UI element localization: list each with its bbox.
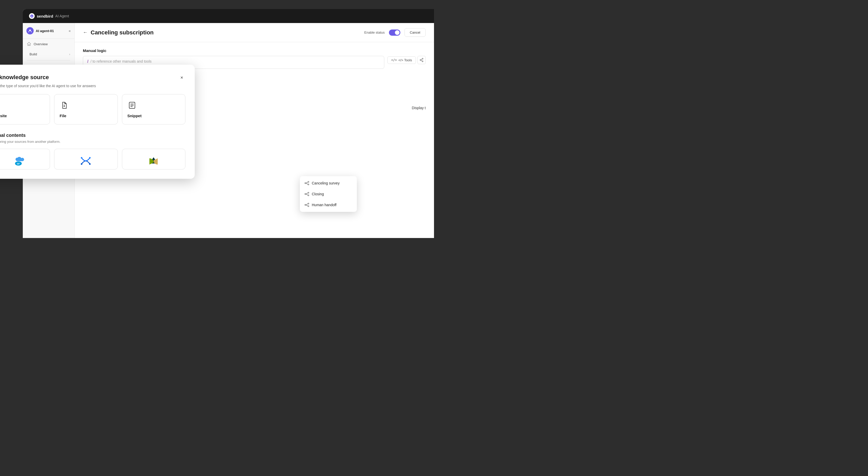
source-card-file[interactable]: File — [54, 94, 118, 125]
dropdown-item-canceling-survey[interactable]: Canceling survey — [300, 178, 357, 189]
svg-point-22 — [308, 203, 309, 204]
svg-line-10 — [421, 60, 422, 61]
tools-button[interactable]: </> </> Tools — [388, 57, 416, 64]
svg-point-11 — [305, 183, 306, 184]
external-subtitle: Directly bring your sources from another… — [0, 140, 185, 144]
page-title-area: ← Canceling subscription — [83, 29, 154, 36]
file-label: File — [60, 113, 66, 118]
svg-point-17 — [308, 192, 309, 193]
dropdown-label-canceling-survey: Canceling survey — [312, 181, 339, 185]
svg-point-6 — [422, 58, 423, 59]
cancel-button[interactable]: Cancel — [404, 28, 426, 37]
routing-icon-human-handoff — [305, 203, 309, 207]
snippet-icon — [127, 101, 137, 110]
svg-line-24 — [306, 204, 308, 205]
collapse-icon[interactable]: « — [69, 29, 71, 33]
svg-point-12 — [308, 181, 309, 182]
back-button[interactable]: ← — [83, 30, 88, 35]
dropdown-menu: Canceling survey Closing — [300, 176, 357, 212]
sidebar-build-label: Build — [30, 52, 37, 56]
svg-line-25 — [306, 205, 308, 206]
svg-point-37 — [81, 163, 82, 165]
modal-header: Add knowledge source × — [0, 74, 185, 81]
file-icon — [60, 101, 69, 110]
dropdown-label-human-handoff: Human handoff — [312, 203, 336, 207]
sendbird-logo: sendbird AI Agent — [29, 13, 69, 19]
svg-point-40 — [89, 157, 91, 159]
manual-logic-title: Manual logic — [83, 48, 426, 53]
svg-point-8 — [422, 61, 423, 62]
enable-status-label: Enable status — [364, 31, 385, 34]
dropdown-label-closing: Closing — [312, 192, 324, 196]
svg-point-23 — [308, 206, 309, 207]
svg-line-9 — [421, 59, 422, 60]
share-button[interactable] — [417, 56, 426, 64]
external-section-title: External contents — [0, 133, 185, 138]
external-grid: SF — [0, 149, 185, 169]
routing-icon-canceling — [305, 181, 309, 185]
svg-point-21 — [305, 204, 306, 205]
routing-icon-closing — [305, 192, 309, 196]
page-header: ← Canceling subscription Enable status C… — [74, 23, 434, 42]
modal-close-button[interactable]: × — [178, 74, 185, 81]
source-grid: Website File — [0, 94, 185, 125]
svg-line-20 — [306, 194, 308, 195]
header-actions: Enable status Cancel — [364, 28, 426, 37]
svg-line-19 — [306, 193, 308, 194]
dropdown-item-closing[interactable]: Closing — [300, 189, 357, 199]
snippet-label: Snippet — [127, 113, 142, 118]
app-header: sendbird AI Agent — [23, 9, 434, 23]
tools-code-icon: </> — [391, 58, 397, 62]
modal-title: Add knowledge source — [0, 74, 49, 81]
website-label: Website — [0, 113, 7, 118]
agent-avatar — [26, 27, 34, 34]
svg-point-38 — [81, 157, 82, 159]
external-card-confluence[interactable] — [54, 149, 118, 169]
external-card-zendesk[interactable] — [122, 149, 185, 169]
agent-name: AI agent-01 — [36, 29, 54, 33]
chevron-right-icon: › — [69, 53, 70, 56]
manual-logic-placeholder: / to reference other manuals and tools — [90, 59, 152, 63]
svg-point-39 — [89, 163, 91, 165]
svg-text:SF: SF — [17, 163, 20, 165]
website-icon — [0, 101, 1, 110]
confluence-icon — [80, 155, 92, 167]
agent-label: AI Agent — [55, 14, 69, 18]
svg-line-14 — [306, 182, 308, 183]
salesforce-icon: SF — [13, 155, 24, 167]
add-knowledge-modal: Add knowledge source × Choose the type o… — [0, 65, 195, 179]
home-icon — [27, 42, 31, 46]
source-card-snippet[interactable]: Snippet — [122, 94, 185, 125]
logo-text: sendbird — [37, 14, 53, 19]
display-t-label: Display t — [412, 105, 426, 111]
share-icon — [420, 58, 424, 62]
sendbird-logo-icon — [29, 13, 35, 19]
slash-icon: / — [87, 59, 88, 64]
dropdown-item-human-handoff[interactable]: Human handoff — [300, 199, 357, 210]
sidebar-overview-label: Overview — [34, 42, 48, 46]
zendesk-icon — [148, 155, 159, 167]
svg-point-16 — [305, 194, 306, 195]
modal-subtitle: Choose the type of source you'd like the… — [0, 84, 185, 88]
svg-point-18 — [308, 195, 309, 196]
svg-line-15 — [306, 183, 308, 184]
external-card-salesforce[interactable]: SF — [0, 149, 50, 169]
sidebar-item-build[interactable]: Build › — [23, 49, 74, 59]
agent-info: AI agent-01 — [26, 27, 54, 34]
enable-toggle[interactable] — [389, 30, 400, 36]
page-title: Canceling subscription — [91, 29, 154, 36]
agent-header: AI agent-01 « — [23, 23, 74, 39]
svg-point-13 — [308, 184, 309, 185]
svg-point-7 — [420, 60, 421, 61]
sidebar-item-overview[interactable]: Overview — [23, 39, 74, 49]
source-card-website[interactable]: Website — [0, 94, 50, 125]
svg-point-29 — [64, 106, 65, 107]
